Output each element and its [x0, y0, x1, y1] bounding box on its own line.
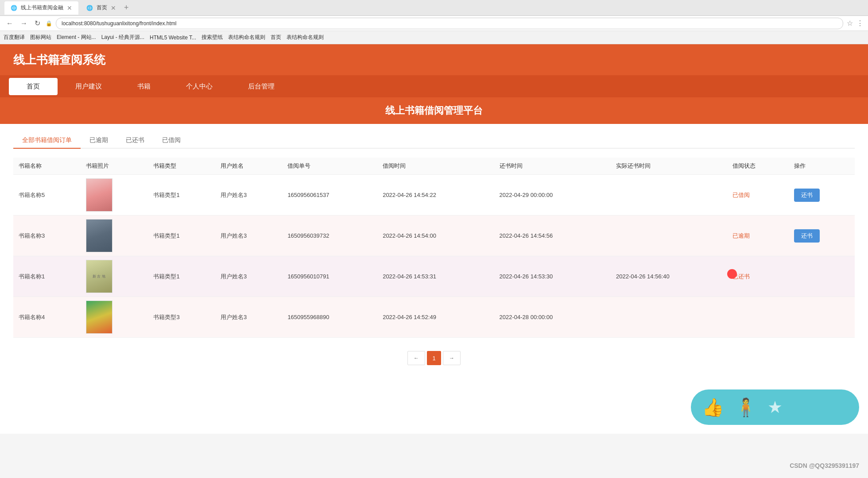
cell-type: 书籍类型1 — [148, 216, 215, 256]
pagination: ← 1 → — [13, 351, 855, 365]
main-content: 全部书籍借阅订单 已逾期 已还书 已借阅 书籍名称 书籍照片 书籍类型 用户姓名… — [0, 124, 868, 434]
page-button-1[interactable]: 1 — [427, 351, 441, 365]
bookmark-star-icon[interactable]: ☆ — [847, 19, 853, 27]
back-button[interactable]: ← — [4, 19, 15, 28]
cell-action — [789, 256, 855, 297]
tab-label-1: 线上书籍查阅金融 — [21, 4, 63, 12]
cell-return-time: 2022-04-29 00:00:00 — [494, 175, 611, 216]
cell-book-name: 书籍名称3 — [13, 216, 81, 256]
person-icon[interactable]: 🧍 — [735, 397, 757, 418]
bookmark-2[interactable]: Element - 网站... — [57, 34, 96, 41]
cell-book-img — [81, 297, 148, 338]
cell-action: 还书 — [789, 216, 855, 256]
cell-status: 已逾期 — [727, 216, 788, 256]
thumbs-up-icon[interactable]: 👍 — [702, 397, 724, 418]
nav-item-books[interactable]: 书籍 — [120, 78, 168, 95]
cell-book-name: 书籍名称1 — [13, 256, 81, 297]
bookmark-4[interactable]: HTML5 Website T... — [150, 35, 196, 41]
bookmark-7[interactable]: 首页 — [271, 34, 281, 41]
banner-text: 线上书籍借阅管理平台 — [385, 104, 483, 117]
lock-icon: 🔒 — [46, 20, 52, 27]
nav-item-admin[interactable]: 后台管理 — [230, 78, 292, 95]
prev-page-button[interactable]: ← — [407, 351, 425, 365]
cell-type: 书籍类型3 — [148, 297, 215, 338]
bookmark-5[interactable]: 搜索壁纸 — [202, 34, 223, 41]
cell-return-time: 2022-04-26 14:53:30 — [494, 256, 611, 297]
status-badge-1: 已逾期 — [732, 232, 750, 239]
table-row: 书籍名称3 书籍类型1 用户姓名3 1650956039732 2022-04-… — [13, 216, 855, 256]
nav-bar: 首页 用户建议 书籍 个人中心 后台管理 — [0, 75, 868, 97]
return-button-1[interactable]: 还书 — [794, 229, 820, 243]
th-user-name: 用户姓名 — [215, 158, 283, 175]
table-row: 书籍名称4 书籍类型3 用户姓名3 1650955968890 2022-04-… — [13, 297, 855, 338]
browser-tab-1[interactable]: 🌐 线上书籍查阅金融 ✕ — [4, 1, 78, 15]
status-badge-0: 已借阅 — [732, 192, 750, 198]
bookmark-3[interactable]: Layui - 经典开源... — [101, 34, 144, 41]
nav-item-profile[interactable]: 个人中心 — [168, 78, 230, 95]
bookmark-0[interactable]: 百度翻译 — [4, 34, 25, 41]
cell-borrow-time: 2022-04-26 14:54:00 — [377, 216, 494, 256]
banner: 线上书籍借阅管理平台 — [0, 97, 868, 124]
tab-close-2[interactable]: ✕ — [111, 4, 116, 12]
tab-label-2: 首页 — [97, 4, 107, 12]
cell-book-name: 书籍名称4 — [13, 297, 81, 338]
table-row: 书籍名称5 书籍类型1 用户姓名3 1650956061537 2022-04-… — [13, 175, 855, 216]
new-tab-button[interactable]: + — [124, 3, 129, 12]
cell-book-img — [81, 175, 148, 216]
cell-user: 用户姓名3 — [215, 175, 283, 216]
cell-order-no: 1650956039732 — [282, 216, 377, 256]
app-header: 线上书籍查阅系统 — [0, 44, 868, 75]
return-button-0[interactable]: 还书 — [794, 189, 820, 202]
app-title: 线上书籍查阅系统 — [13, 52, 105, 68]
tab-close-1[interactable]: ✕ — [67, 4, 72, 12]
th-book-type: 书籍类型 — [148, 158, 215, 175]
cell-return-time: 2022-04-28 00:00:00 — [494, 297, 611, 338]
th-book-img: 书籍照片 — [81, 158, 148, 175]
address-bar: ← → ↻ 🔒 ☆ ⋮ — [0, 16, 868, 31]
url-input[interactable] — [56, 18, 843, 29]
nav-item-suggestions[interactable]: 用户建议 — [58, 78, 120, 95]
th-book-name: 书籍名称 — [13, 158, 81, 175]
th-borrow-time: 借阅时间 — [377, 158, 494, 175]
cell-order-no: 1650956061537 — [282, 175, 377, 216]
cell-order-no: 1650956010791 — [282, 256, 377, 297]
bookmark-1[interactable]: 图标网站 — [30, 34, 51, 41]
tab-overdue[interactable]: 已逾期 — [81, 133, 117, 148]
tab-returned[interactable]: 已还书 — [117, 133, 153, 148]
th-actual-return: 实际还书时间 — [611, 158, 727, 175]
cell-borrow-time: 2022-04-26 14:52:49 — [377, 297, 494, 338]
cell-user: 用户姓名3 — [215, 256, 283, 297]
th-action: 操作 — [789, 158, 855, 175]
tab-borrowed[interactable]: 已借阅 — [153, 133, 190, 148]
browser-tab-2[interactable]: 🌐 首页 ✕ — [80, 1, 122, 15]
notif-dot — [727, 269, 737, 279]
nav-item-home[interactable]: 首页 — [9, 78, 58, 95]
bookmark-8[interactable]: 表结构命名规则 — [287, 34, 324, 41]
cell-action — [789, 297, 855, 338]
cell-status: 已还书 — [727, 256, 788, 297]
cell-type: 书籍类型1 — [148, 175, 215, 216]
cell-order-no: 1650955968890 — [282, 297, 377, 338]
refresh-button[interactable]: ↻ — [33, 18, 42, 28]
book-image-2: 新 古 地 — [86, 260, 112, 293]
order-tab-bar: 全部书籍借阅订单 已逾期 已还书 已借阅 — [13, 133, 855, 149]
table-row: 书籍名称1 新 古 地 书籍类型1 用户姓名3 1650956010791 20… — [13, 256, 855, 297]
cell-borrow-time: 2022-04-26 14:53:31 — [377, 256, 494, 297]
book-image-0 — [86, 178, 112, 212]
cell-type: 书籍类型1 — [148, 256, 215, 297]
browser-chrome: 🌐 线上书籍查阅金融 ✕ 🌐 首页 ✕ + — [0, 0, 868, 16]
settings-icon[interactable]: ⋮ — [856, 19, 864, 27]
tab-all-orders[interactable]: 全部书籍借阅订单 — [13, 133, 81, 149]
cell-actual-return — [611, 175, 727, 216]
star-icon[interactable]: ★ — [767, 397, 783, 417]
th-return-time: 还书时间 — [494, 158, 611, 175]
book-image-1 — [86, 219, 112, 252]
next-page-button[interactable]: → — [443, 351, 461, 365]
th-order-no: 借阅单号 — [282, 158, 377, 175]
bookmark-6[interactable]: 表结构命名规则 — [228, 34, 265, 41]
cell-action: 还书 — [789, 175, 855, 216]
orders-table: 书籍名称 书籍照片 书籍类型 用户姓名 借阅单号 借阅时间 还书时间 实际还书时… — [13, 158, 855, 338]
forward-button[interactable]: → — [19, 19, 29, 28]
cell-return-time: 2022-04-26 14:54:56 — [494, 216, 611, 256]
csdn-watermark: CSDN @QQ3295391197 — [790, 462, 859, 469]
